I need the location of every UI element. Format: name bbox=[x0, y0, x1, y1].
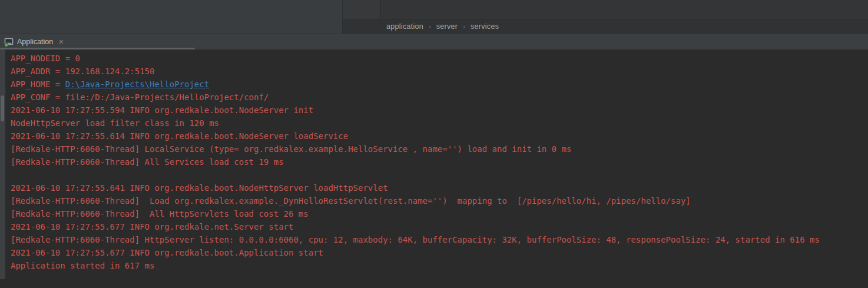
log-text: APP_CONF = file:/D:/Java-Projects/HelloP… bbox=[11, 92, 269, 102]
editor-left-panel bbox=[0, 0, 343, 34]
log-line: APP_NODEID = 0 bbox=[11, 52, 820, 65]
tab-application[interactable]: Application ✕ bbox=[2, 35, 67, 49]
console-output-panel: APP_NODEID = 0APP_ADDR = 192.168.124.2:5… bbox=[0, 49, 868, 288]
tab-application-label: Application bbox=[17, 38, 53, 46]
log-text: 2021-06-10 17:27:55.677 INFO org.redkale… bbox=[11, 248, 323, 257]
log-line: [Redkale-HTTP:6060-Thread] All Services … bbox=[11, 155, 820, 168]
log-text: Application started in 617 ms bbox=[11, 261, 154, 270]
log-line: 2021-06-10 17:27:55.594 INFO org.redkale… bbox=[11, 104, 820, 117]
log-text: APP_HOME = bbox=[11, 80, 65, 89]
log-line: 2021-06-10 17:27:55.677 INFO org.redkale… bbox=[11, 220, 820, 233]
log-text: NodeHttpServer load filter class in 120 … bbox=[11, 118, 219, 128]
run-console-icon bbox=[4, 37, 14, 47]
log-line: [Redkale-HTTP:6060-Thread] Load org.redk… bbox=[11, 194, 820, 207]
chevron-right-icon: › bbox=[463, 23, 465, 30]
breadcrumb: application › server › services bbox=[343, 19, 868, 34]
log-text: 2021-06-10 17:27:55.641 INFO org.redkale… bbox=[11, 183, 388, 193]
editor-gutter-block bbox=[343, 0, 380, 19]
ide-window: application › server › services Applicat… bbox=[0, 0, 868, 288]
log-line: 2021-06-10 17:27:55.677 INFO org.redkale… bbox=[11, 246, 820, 259]
log-text: [Redkale-HTTP:6060-Thread] Load org.redk… bbox=[11, 196, 691, 206]
log-line: [Redkale-HTTP:6060-Thread] LocalService … bbox=[11, 143, 820, 155]
chevron-right-icon: › bbox=[429, 23, 431, 30]
app-home-path-link[interactable]: D:\Java-Projects\HelloProject bbox=[65, 80, 209, 89]
log-line: [Redkale-HTTP:6060-Thread] All HttpServl… bbox=[11, 207, 820, 220]
log-line: NodeHttpServer load filter class in 120 … bbox=[11, 117, 820, 130]
log-line bbox=[11, 168, 820, 181]
log-text: APP_NODEID = 0 bbox=[11, 54, 80, 63]
run-toolwindow-tab-bar: Application ✕ bbox=[0, 34, 868, 49]
close-icon[interactable]: ✕ bbox=[58, 39, 64, 45]
editor-top-area: application › server › services bbox=[0, 0, 868, 34]
log-line: [Redkale-HTTP:6060-Thread] HttpServer li… bbox=[11, 233, 820, 246]
breadcrumb-item-server[interactable]: server bbox=[436, 22, 458, 31]
log-line: 2021-06-10 17:27:55.614 INFO org.redkale… bbox=[11, 130, 820, 143]
log-text: [Redkale-HTTP:6060-Thread] All HttpServl… bbox=[11, 209, 309, 219]
log-text: 2021-06-10 17:27:55.614 INFO org.redkale… bbox=[11, 131, 348, 141]
log-line: APP_CONF = file:/D:/Java-Projects/HelloP… bbox=[11, 91, 820, 104]
log-text: [Redkale-HTTP:6060-Thread] LocalService … bbox=[11, 144, 571, 154]
log-line: APP_HOME = D:\Java-Projects\HelloProject bbox=[11, 78, 820, 91]
console-log: APP_NODEID = 0APP_ADDR = 192.168.124.2:5… bbox=[11, 52, 820, 272]
breadcrumb-item-application[interactable]: application bbox=[386, 22, 423, 31]
log-text: 2021-06-10 17:27:55.594 INFO org.redkale… bbox=[11, 105, 313, 115]
log-line: 2021-06-10 17:27:55.641 INFO org.redkale… bbox=[11, 181, 820, 194]
vertical-scrollbar-thumb[interactable] bbox=[1, 95, 4, 121]
console-left-gutter bbox=[0, 49, 5, 279]
log-text: APP_ADDR = 192.168.124.2:5150 bbox=[11, 67, 154, 76]
breadcrumb-item-services[interactable]: services bbox=[471, 22, 499, 31]
log-text: [Redkale-HTTP:6060-Thread] HttpServer li… bbox=[11, 235, 820, 244]
log-line: Application started in 617 ms bbox=[11, 259, 820, 272]
log-text: 2021-06-10 17:27:55.677 INFO org.redkale… bbox=[11, 222, 293, 231]
editor-right-panel bbox=[380, 0, 868, 19]
log-text: [Redkale-HTTP:6060-Thread] All Services … bbox=[11, 157, 284, 167]
log-line: APP_ADDR = 192.168.124.2:5150 bbox=[11, 65, 820, 78]
